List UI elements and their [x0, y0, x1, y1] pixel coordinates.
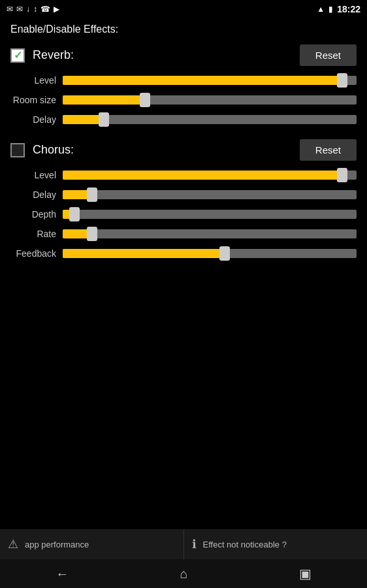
bottom-bar: ⚠ app performance ℹ Effect not noticeabl…: [0, 529, 367, 559]
chorus-checkbox[interactable]: [10, 143, 25, 157]
nav-bar: ← ⌂ ▣: [0, 559, 367, 588]
chorus-level-slider[interactable]: [63, 169, 357, 182]
chorus-feedback-row: Feedback: [10, 247, 357, 260]
reverb-level-slider[interactable]: [63, 74, 357, 87]
notification-icon-1: ✉: [7, 5, 13, 14]
reverb-section: Reverb: Reset Level Room size De: [10, 44, 357, 126]
chorus-rate-slider[interactable]: [63, 227, 357, 240]
chorus-delay-label: Delay: [10, 189, 63, 200]
bottom-left-section[interactable]: ⚠ app performance: [0, 529, 184, 559]
home-button[interactable]: ⌂: [167, 561, 200, 587]
app-performance-text: app performance: [25, 540, 89, 549]
reverb-delay-row: Delay: [10, 113, 357, 126]
info-icon: ℹ: [192, 537, 197, 551]
reverb-delay-slider[interactable]: [63, 113, 357, 126]
warning-icon: ⚠: [8, 537, 18, 551]
chorus-feedback-label: Feedback: [10, 248, 63, 259]
chorus-section: Chorus: Reset Level Delay Depth: [10, 139, 357, 260]
back-button[interactable]: ←: [42, 561, 82, 587]
status-time: 18:22: [337, 4, 360, 14]
chorus-delay-slider[interactable]: [63, 188, 357, 201]
reverb-delay-label: Delay: [10, 114, 63, 125]
reverb-checkbox[interactable]: [10, 48, 25, 63]
call-icon: ☎: [40, 5, 50, 14]
reverb-roomsize-label: Room size: [10, 95, 63, 105]
recent-button[interactable]: ▣: [286, 561, 325, 587]
chorus-header: Chorus: Reset: [10, 139, 357, 161]
reverb-level-row: Level: [10, 74, 357, 87]
chorus-depth-row: Depth: [10, 208, 357, 221]
chorus-rate-label: Rate: [10, 229, 63, 239]
chorus-label: Chorus:: [33, 143, 292, 157]
media-icon: ▶: [54, 5, 59, 14]
reverb-label: Reverb:: [33, 48, 292, 62]
bottom-right-section[interactable]: ℹ Effect not noticeable ?: [184, 529, 368, 559]
sync-icon: ↕: [33, 5, 37, 14]
chorus-depth-slider[interactable]: [63, 208, 357, 221]
effect-noticeable-text: Effect not noticeable ?: [203, 540, 287, 549]
notification-icon-2: ✉: [16, 5, 23, 14]
chorus-reset-button[interactable]: Reset: [300, 139, 357, 161]
download-icon: ↓: [26, 5, 30, 14]
battery-icon: ▮: [328, 5, 333, 14]
chorus-depth-label: Depth: [10, 209, 63, 220]
wifi-icon: ▲: [317, 5, 325, 14]
reverb-header: Reverb: Reset: [10, 44, 357, 66]
status-left-icons: ✉ ✉ ↓ ↕ ☎ ▶: [7, 5, 59, 14]
reverb-level-label: Level: [10, 75, 63, 86]
reverb-roomsize-row: Room size: [10, 93, 357, 106]
page-title: Enable/Disable Effects:: [10, 24, 357, 35]
reverb-reset-button[interactable]: Reset: [300, 44, 357, 66]
chorus-rate-row: Rate: [10, 227, 357, 240]
chorus-level-label: Level: [10, 170, 63, 180]
chorus-level-row: Level: [10, 169, 357, 182]
chorus-delay-row: Delay: [10, 188, 357, 201]
status-bar: ✉ ✉ ↓ ↕ ☎ ▶ ▲ ▮ 18:22: [0, 0, 367, 18]
reverb-roomsize-slider[interactable]: [63, 93, 357, 106]
main-content: Enable/Disable Effects: Reverb: Reset Le…: [0, 18, 367, 278]
chorus-feedback-slider[interactable]: [63, 247, 357, 260]
